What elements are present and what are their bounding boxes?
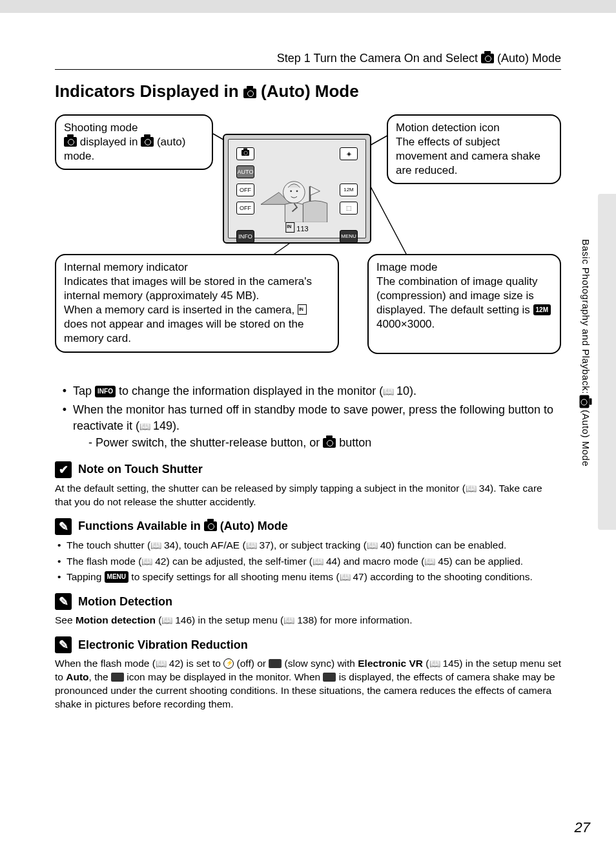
lcd-preview: ◈ AUTO OFF OFF INFO 12M ⬚ MENU 113 (223, 134, 371, 244)
tip-title: Motion Detection (78, 595, 172, 609)
book-icon (141, 556, 155, 567)
callout-body: The effects of subject movement and came… (396, 135, 552, 178)
book-icon (367, 540, 380, 550)
callout-internal-memory: Internal memory indicator Indicates that… (55, 254, 339, 353)
callout-body: Indicates that images will be stored in … (64, 275, 330, 303)
book-icon (283, 614, 297, 625)
tip-title: Functions Available in (Auto) Mode (78, 519, 288, 533)
bold-text: Auto (66, 671, 88, 682)
checkmark-icon: ✔ (55, 461, 72, 478)
function-item: Tapping MENU to specify settings for all… (67, 571, 561, 584)
title-post: (Auto) Mode (256, 81, 359, 101)
callout-body: displayed in (auto) mode. (64, 135, 204, 163)
lcd-scene-illustration (261, 162, 333, 222)
function-item: The flash mode ( 42) can be adjusted, th… (67, 555, 561, 569)
note-header: ✔ Note on Touch Shutter (55, 461, 600, 478)
bold-text: Electronic VR (358, 658, 423, 669)
lcd-motion-icon: ◈ (340, 147, 358, 160)
tip-icon: ✎ (55, 518, 72, 535)
camera-icon (243, 89, 256, 98)
tip-title: Electronic Vibration Reduction (78, 638, 248, 652)
lcd-info-icon: INFO (236, 230, 254, 243)
header-text-pre: Step 1 Turn the Camera On and Select (277, 52, 481, 65)
callout-motion-detection: Motion detection icon The effects of sub… (387, 114, 561, 184)
tip-icon: ✎ (55, 593, 72, 610)
callout-shooting-mode: Shooting mode displayed in (auto) mode. (55, 114, 213, 170)
book-icon (424, 556, 438, 567)
function-item: The touch shutter ( 34), touch AF/AE ( 3… (67, 539, 561, 552)
callout-body-2: When a memory card is inserted in the ca… (64, 303, 330, 346)
lcd-touch-icon: ⬚ (340, 202, 358, 215)
bullet-info-tap: Tap INFO to change the information displ… (73, 383, 561, 399)
callout-title: Shooting mode (64, 121, 204, 135)
svg-point-6 (290, 190, 292, 192)
side-tab (598, 194, 616, 530)
callout-title: Motion detection icon (396, 121, 552, 135)
menu-pill-icon: MENU (105, 571, 128, 583)
bullet-standby: When the monitor has turned off in stand… (73, 402, 561, 451)
book-icon (150, 540, 164, 550)
evr-icon (111, 673, 124, 682)
camera-icon (580, 395, 590, 408)
lcd-camera-icon (236, 147, 254, 160)
tip-body-functions: The touch shutter ( 34), touch AF/AE ( 3… (55, 539, 561, 585)
image-mode-badge: 12M (533, 304, 551, 315)
callout-image-mode: Image mode The combination of image qual… (367, 254, 561, 354)
section-title: Indicators Displayed in (Auto) Mode (55, 81, 600, 101)
svg-point-7 (296, 190, 298, 192)
book-icon (340, 571, 353, 582)
diagram-area: Shooting mode displayed in (auto) mode. … (55, 114, 561, 379)
lcd-menu-icon: MENU (340, 230, 358, 243)
internal-memory-icon (285, 222, 294, 233)
callout-title: Internal memory indicator (64, 260, 330, 275)
lcd-off-icon: OFF (236, 202, 254, 215)
tip-header-evr: ✎ Electronic Vibration Reduction (55, 636, 600, 653)
book-icon (246, 540, 260, 550)
flash-off-icon (223, 658, 234, 669)
sub-item: Power switch, the shutter-release button… (88, 435, 561, 451)
book-icon (156, 658, 169, 669)
lcd-auto-icon: AUTO (236, 165, 254, 178)
lcd-frame-count: 113 (285, 222, 308, 233)
callout-title: Image mode (376, 260, 552, 275)
sub-list: Power switch, the shutter-release button… (73, 435, 561, 451)
tip-body-evr: When the flash mode ( 42) is set to (off… (55, 657, 561, 711)
book-icon (139, 419, 153, 432)
book-icon (313, 556, 326, 567)
lcd-off-icon: OFF (236, 183, 254, 196)
tip-header-functions: ✎ Functions Available in (Auto) Mode (55, 518, 600, 535)
side-label: Basic Photography and Playback: (Auto) M… (578, 239, 591, 466)
camera-icon (141, 137, 154, 147)
tip-body-motion: See Motion detection ( 146) in the setup… (55, 614, 561, 627)
slow-sync-icon (269, 659, 282, 668)
camera-icon (323, 438, 336, 448)
internal-memory-icon (298, 304, 307, 315)
header-text-post: (Auto) Mode (494, 52, 561, 65)
book-icon (429, 658, 443, 669)
book-icon (466, 483, 479, 494)
tip-header-motion: ✎ Motion Detection (55, 593, 600, 610)
book-icon (161, 614, 175, 625)
title-pre: Indicators Displayed in (55, 81, 243, 101)
note-body: At the default setting, the shutter can … (55, 482, 561, 509)
camera-icon (64, 137, 77, 147)
manual-page: Step 1 Turn the Camera On and Select (Au… (0, 13, 616, 849)
header-rule (55, 69, 561, 70)
tip-icon: ✎ (55, 636, 72, 653)
lcd-inner: ◈ AUTO OFF OFF INFO 12M ⬚ MENU 113 (228, 139, 366, 238)
book-icon (383, 384, 396, 397)
camera-icon (204, 521, 217, 531)
callout-body: The combination of image quality (compre… (376, 275, 552, 331)
evr-icon (323, 673, 336, 682)
note-title: Note on Touch Shutter (78, 463, 203, 476)
info-pill-icon: INFO (95, 386, 116, 397)
camera-icon (481, 54, 494, 63)
page-number: 27 (575, 819, 590, 836)
lcd-12m-icon: 12M (340, 183, 358, 196)
body-text: Tap INFO to change the information displ… (55, 383, 561, 451)
running-header: Step 1 Turn the Camera On and Select (Au… (55, 52, 600, 65)
bold-text: Motion detection (76, 614, 156, 625)
